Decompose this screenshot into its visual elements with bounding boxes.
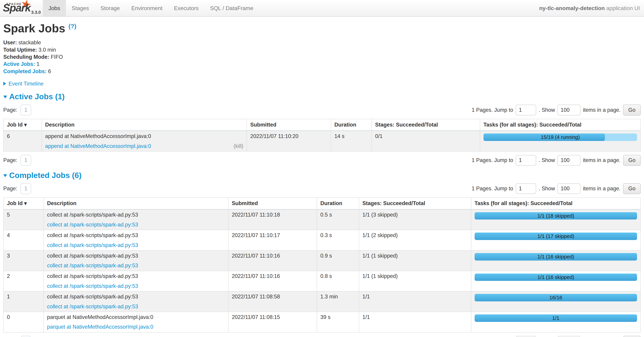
completed-jobs-header-row: Job Id ▾ Description Submitted Duration … xyxy=(4,198,640,209)
tasks-cell: 1/1 (18 skipped) xyxy=(471,209,640,230)
nav-tab-sql-dataframe[interactable]: SQL / DataFrame xyxy=(204,0,259,16)
submitted-cell: 2022/11/07 11:08:15 xyxy=(228,312,317,332)
event-timeline-toggle[interactable]: Event Timeline xyxy=(3,80,641,87)
items-text: items in a page. xyxy=(583,157,621,163)
jump-to-page-input[interactable] xyxy=(516,155,536,166)
job-description-link[interactable]: collect at /spark-scripts/spark-ad.py:53 xyxy=(47,283,138,289)
items-per-page-input[interactable] xyxy=(558,183,580,194)
job-description-link[interactable]: append at NativeMethodAccessorImpl.java:… xyxy=(45,143,151,149)
items-per-page-input[interactable] xyxy=(558,336,580,337)
summary-block: User: stackable Total Uptime: 3.0 min Sc… xyxy=(3,39,641,75)
active-jobs-table: Job Id ▾ Description Submitted Duration … xyxy=(3,119,641,152)
column-header-stages[interactable]: Stages: Succeeded/Total xyxy=(359,198,471,209)
column-header-duration[interactable]: Duration xyxy=(331,119,372,131)
duration-cell: 14 s xyxy=(331,131,372,151)
duration-cell: 39 s xyxy=(317,312,359,332)
page-number-input[interactable] xyxy=(20,155,31,166)
jump-to-page-input[interactable] xyxy=(516,183,536,194)
tasks-progress-bar: 15/19 (4 running) xyxy=(484,133,637,141)
page-number-input[interactable] xyxy=(20,104,31,116)
expanded-arrow-icon xyxy=(3,174,7,177)
nav-tab-executors[interactable]: Executors xyxy=(168,0,204,16)
job-description-text: collect at /spark-scripts/spark-ad.py:53 xyxy=(47,212,225,218)
show-text: . Show xyxy=(538,107,555,113)
page-title: Spark Jobs (?) xyxy=(3,22,641,35)
job-description-link[interactable]: collect at /spark-scripts/spark-ad.py:53 xyxy=(47,263,138,269)
go-button[interactable]: Go xyxy=(623,336,641,337)
job-id-cell: 3 xyxy=(4,251,44,271)
kill-link[interactable]: (kill) xyxy=(234,143,243,149)
active-jobs-section-header[interactable]: Active Jobs (1) xyxy=(3,92,641,101)
job-description-link[interactable]: collect at /spark-scripts/spark-ad.py:53 xyxy=(47,304,138,310)
job-description-text: collect at /spark-scripts/spark-ad.py:53 xyxy=(47,273,225,279)
items-per-page-input[interactable] xyxy=(558,155,580,166)
column-header-description[interactable]: Description xyxy=(42,119,247,131)
application-ui-suffix: application UI xyxy=(605,5,640,11)
column-header-duration[interactable]: Duration xyxy=(317,198,359,209)
completed-jobs-pagination-top: Page: 1 Pages. Jump to . Show items in a… xyxy=(3,183,641,194)
completed-jobs-table: Job Id ▾ Description Submitted Duration … xyxy=(3,197,641,332)
tasks-progress-bar: 1/1 (16 skipped) xyxy=(474,253,637,261)
pages-jump-text: 1 Pages. Jump to xyxy=(472,185,513,192)
stages-cell: 0/1 xyxy=(372,131,480,151)
stages-cell: 1/1 xyxy=(359,291,471,312)
column-header-stages[interactable]: Stages: Succeeded/Total xyxy=(372,119,480,131)
column-header-job-id[interactable]: Job Id ▾ xyxy=(4,119,42,131)
completed-jobs-section-header[interactable]: Completed Jobs (6) xyxy=(3,171,641,180)
nav-tab-stages[interactable]: Stages xyxy=(66,0,94,16)
spark-version: 3.3.0 xyxy=(31,10,41,15)
duration-cell: 1.3 min xyxy=(317,291,359,312)
submitted-cell: 2022/11/07 11:08:58 xyxy=(228,291,317,312)
spark-logo[interactable]: ★ APACHE Spark 3.3.0 xyxy=(0,0,43,16)
column-header-job-id[interactable]: Job Id ▾ xyxy=(4,198,44,209)
tasks-progress-bar: 16/16 xyxy=(474,294,637,301)
jump-to-page-input[interactable] xyxy=(516,105,536,115)
top-navbar: ★ APACHE Spark 3.3.0 JobsStagesStorageEn… xyxy=(0,0,644,17)
job-description-text: append at NativeMethodAccessorImpl.java:… xyxy=(45,133,244,139)
progress-text: 1/1 (16 skipped) xyxy=(474,253,637,261)
page-number-input[interactable] xyxy=(20,183,31,194)
job-id-cell: 0 xyxy=(4,312,44,332)
active-jobs-link[interactable]: Active Jobs: xyxy=(3,61,35,67)
table-row: 4 collect at /spark-scripts/spark-ad.py:… xyxy=(4,230,640,251)
completed-jobs-link[interactable]: Completed Jobs: xyxy=(3,68,46,74)
tasks-cell: 16/16 xyxy=(471,291,640,312)
column-header-tasks[interactable]: Tasks (for all stages): Succeeded/Total xyxy=(480,119,640,131)
duration-cell: 0.3 s xyxy=(317,230,359,251)
job-description-link[interactable]: parquet at NativeMethodAccessorImpl.java… xyxy=(47,324,154,330)
stages-cell: 1/1 (1 skipped) xyxy=(359,271,471,292)
application-name: ny-tlc-anomaly-detection application UI xyxy=(539,0,644,16)
show-text: . Show xyxy=(538,185,555,192)
job-id-cell: 4 xyxy=(4,230,44,251)
submitted-cell: 2022/11/07 11:10:20 xyxy=(247,131,331,151)
duration-cell: 0.5 s xyxy=(317,209,359,230)
nav-tab-environment[interactable]: Environment xyxy=(126,0,168,16)
job-description-text: parquet at NativeMethodAccessorImpl.java… xyxy=(47,314,225,320)
summary-user: User: stackable xyxy=(3,39,641,46)
column-header-description[interactable]: Description xyxy=(44,198,228,209)
tasks-cell: 1/1 (16 skipped) xyxy=(471,251,640,271)
help-link[interactable]: (?) xyxy=(68,23,76,30)
go-button[interactable]: Go xyxy=(623,155,641,166)
tasks-progress-bar: 1/1 xyxy=(474,315,637,322)
active-jobs-pagination-bottom: Page: 1 Pages. Jump to . Show items in a… xyxy=(3,155,641,166)
job-description-link[interactable]: collect at /spark-scripts/spark-ad.py:53 xyxy=(47,242,138,248)
page-number-input[interactable] xyxy=(20,336,31,337)
nav-tab-storage[interactable]: Storage xyxy=(94,0,126,16)
job-description-cell: append at NativeMethodAccessorImpl.java:… xyxy=(42,131,247,151)
submitted-cell: 2022/11/07 11:10:18 xyxy=(228,209,317,230)
column-header-submitted[interactable]: Submitted xyxy=(247,119,331,131)
job-id-cell: 6 xyxy=(4,131,42,151)
items-per-page-input[interactable] xyxy=(558,105,580,115)
tasks-cell: 1/1 xyxy=(471,312,640,332)
go-button[interactable]: Go xyxy=(623,183,641,194)
go-button[interactable]: Go xyxy=(623,104,641,116)
job-description-link[interactable]: collect at /spark-scripts/spark-ad.py:53 xyxy=(47,222,138,228)
stages-cell: 1/1 (3 skipped) xyxy=(359,209,471,230)
nav-tab-jobs[interactable]: Jobs xyxy=(43,0,66,16)
jump-to-page-input[interactable] xyxy=(516,336,536,337)
event-timeline-link[interactable]: Event Timeline xyxy=(8,81,44,87)
column-header-submitted[interactable]: Submitted xyxy=(228,198,317,209)
column-header-tasks[interactable]: Tasks (for all stages): Succeeded/Total xyxy=(471,198,640,209)
job-description-text: collect at /spark-scripts/spark-ad.py:53 xyxy=(47,294,225,300)
